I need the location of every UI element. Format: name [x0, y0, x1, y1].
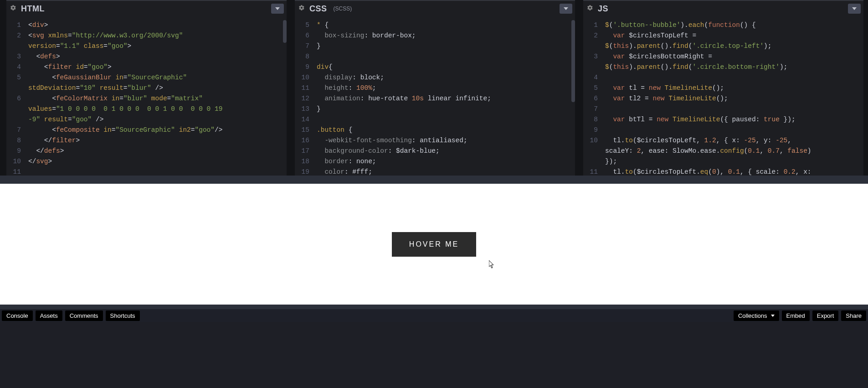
line-number: 10: [6, 156, 21, 167]
line-number: 3: [583, 52, 598, 62]
code-line[interactable]: [605, 72, 863, 83]
code-line[interactable]: [605, 125, 863, 135]
line-number: 5: [583, 83, 598, 93]
code-line[interactable]: <div>: [28, 20, 287, 31]
splitter-horizontal[interactable]: [0, 176, 868, 184]
code-line[interactable]: }: [317, 104, 575, 114]
cursor-icon: [489, 260, 494, 269]
code-line[interactable]: stdDeviation="10" result="blur" />: [28, 83, 287, 93]
code-line[interactable]: </filter>: [28, 135, 287, 146]
code-line[interactable]: var $circlesTopLeft =: [605, 31, 863, 41]
code-line[interactable]: var btTl = new TimelineLite({ paused: tr…: [605, 114, 863, 125]
line-number: 6: [583, 93, 598, 104]
console-button[interactable]: Console: [2, 310, 33, 321]
code-line[interactable]: var $circlesBottomRight =: [605, 52, 863, 62]
code-line[interactable]: scaleY: 2, ease: SlowMo.ease.config(0.1,…: [605, 146, 863, 156]
code-line[interactable]: animation: hue-rotate 10s linear infinit…: [317, 93, 575, 104]
code-line[interactable]: <feGaussianBlur in="SourceGraphic": [28, 72, 287, 83]
code-line[interactable]: </svg>: [28, 156, 287, 167]
code-line[interactable]: height: 100%;: [317, 83, 575, 93]
code-line[interactable]: div{: [317, 62, 575, 72]
panel-dropdown-html[interactable]: [271, 4, 284, 14]
code-line[interactable]: -webkit-font-smoothing: antialiased;: [317, 135, 575, 146]
gear-icon[interactable]: [10, 5, 16, 13]
code-line[interactable]: values="1 0 0 0 0 0 1 0 0 0 0 0 1 0 0 0 …: [28, 104, 287, 114]
code-line[interactable]: var tl = new TimelineLite();: [605, 83, 863, 93]
comments-button[interactable]: Comments: [65, 310, 103, 321]
editor-html[interactable]: 12 345 6 7891011 <div><svg xmlns="http:/…: [6, 16, 287, 176]
splitter-footer[interactable]: [0, 305, 868, 309]
code-line[interactable]: tl.to($circlesTopLeft.eq(0), 0.1, { scal…: [605, 167, 863, 176]
code-line[interactable]: .button {: [317, 125, 575, 135]
line-number: 10: [295, 72, 309, 83]
code-line[interactable]: $('.button--bubble').each(function() {: [605, 20, 863, 31]
editor-css[interactable]: 5678910111213141516171819 * { box-sizing…: [295, 16, 575, 176]
export-button[interactable]: Export: [812, 310, 839, 321]
line-number: 13: [295, 104, 309, 114]
gear-icon[interactable]: [587, 5, 593, 13]
code-js[interactable]: $('.button--bubble').each(function() { v…: [601, 16, 863, 176]
embed-button[interactable]: Embed: [782, 310, 810, 321]
line-number: 17: [295, 146, 309, 156]
code-line[interactable]: color: #fff;: [317, 167, 575, 176]
code-line[interactable]: });: [605, 156, 863, 167]
code-line[interactable]: display: block;: [317, 72, 575, 83]
share-button[interactable]: Share: [841, 310, 866, 321]
panel-title-js: JS: [598, 4, 608, 14]
line-number: 10: [583, 135, 598, 146]
line-number: 16: [295, 135, 309, 146]
panel-header-js: JS: [583, 1, 863, 16]
line-number: 4: [583, 72, 598, 83]
code-line[interactable]: [28, 167, 287, 176]
line-number: 6: [6, 93, 21, 104]
code-line[interactable]: version="1.1" class="goo">: [28, 41, 287, 52]
line-number: 18: [295, 156, 309, 167]
code-line[interactable]: [317, 52, 575, 62]
code-line[interactable]: var tl2 = new TimelineLite();: [605, 93, 863, 104]
scrollbar-icon[interactable]: [283, 20, 287, 43]
scrollbar-icon[interactable]: [571, 20, 575, 102]
code-line[interactable]: <svg xmlns="http://www.w3.org/2000/svg": [28, 31, 287, 41]
code-line[interactable]: $(this).parent().find('.circle.top-left'…: [605, 41, 863, 52]
code-html[interactable]: <div><svg xmlns="http://www.w3.org/2000/…: [25, 16, 287, 176]
line-number: 7: [6, 125, 21, 135]
code-line[interactable]: }: [317, 41, 575, 52]
hover-me-button[interactable]: HOVER ME: [392, 232, 476, 257]
code-line[interactable]: $(this).parent().find('.circle.bottom-ri…: [605, 62, 863, 72]
preview-pane[interactable]: HOVER ME: [0, 184, 868, 305]
panel-title-css: CSS: [309, 4, 327, 14]
line-number: 12: [295, 93, 309, 104]
panel-dropdown-css[interactable]: [560, 4, 572, 14]
assets-button[interactable]: Assets: [36, 310, 62, 321]
code-line[interactable]: <defs>: [28, 52, 287, 62]
line-number: 14: [295, 114, 309, 125]
code-line[interactable]: <feComposite in="SourceGraphic" in2="goo…: [28, 125, 287, 135]
code-line[interactable]: </defs>: [28, 146, 287, 156]
code-line[interactable]: [605, 104, 863, 114]
line-number: 1: [583, 20, 598, 31]
line-number: 6: [295, 31, 309, 41]
code-css[interactable]: * { box-sizing: border-box;} div{ displa…: [313, 16, 575, 176]
panel-header-css: CSS (SCSS): [295, 1, 575, 16]
line-number: 9: [6, 146, 21, 156]
code-line[interactable]: [317, 114, 575, 125]
code-line[interactable]: <feColorMatrix in="blur" mode="matrix": [28, 93, 287, 104]
line-number: 19: [295, 167, 309, 176]
editor-js[interactable]: 12 3 45678910 11 $('.button--bubble').ea…: [583, 16, 863, 176]
shortcuts-button[interactable]: Shortcuts: [106, 310, 140, 321]
code-line[interactable]: -9" result="goo" />: [28, 114, 287, 125]
collections-button[interactable]: Collections: [734, 310, 779, 321]
line-number: 11: [583, 167, 598, 176]
line-number: [583, 41, 598, 52]
code-line[interactable]: * {: [317, 20, 575, 31]
code-line[interactable]: <filter id="goo">: [28, 62, 287, 72]
panel-js: JS 12 3 45678910 11 $('.button--bubble')…: [583, 0, 863, 176]
code-line[interactable]: background-color: $dark-blue;: [317, 146, 575, 156]
line-number: [6, 83, 21, 93]
code-line[interactable]: tl.to($circlesTopLeft, 1.2, { x: -25, y:…: [605, 135, 863, 146]
code-line[interactable]: box-sizing: border-box;: [317, 31, 575, 41]
gutter-html: 12 345 6 7891011: [6, 16, 25, 176]
code-line[interactable]: border: none;: [317, 156, 575, 167]
panel-dropdown-js[interactable]: [848, 4, 861, 14]
gear-icon[interactable]: [298, 5, 305, 13]
